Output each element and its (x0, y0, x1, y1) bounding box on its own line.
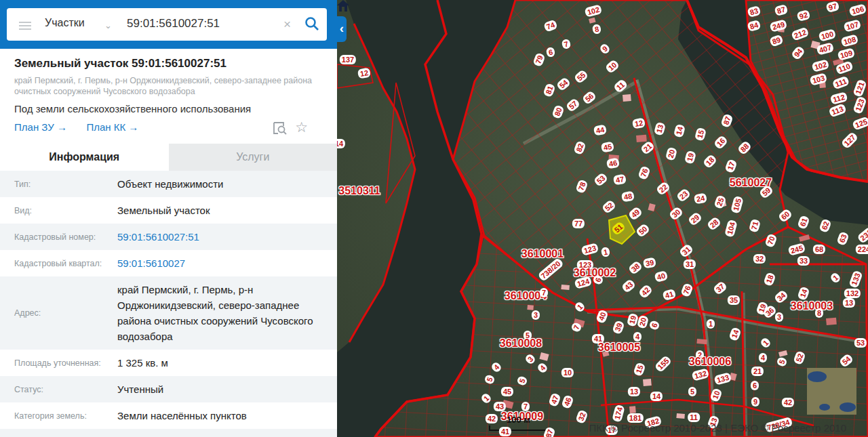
info-value: Под земли сельскохозяйственного (117, 429, 321, 437)
info-row: Тип:Объект недвижимости (0, 171, 337, 197)
parcel-label[interactable]: 8 (815, 308, 823, 318)
building (676, 413, 685, 419)
building (636, 135, 647, 142)
building (643, 379, 652, 386)
parcel-label[interactable]: 5 (688, 387, 696, 396)
page-title: Земельный участок 59:01:5610027:51 (14, 57, 323, 70)
search-input[interactable] (125, 16, 277, 31)
parcel-label[interactable]: 77 (572, 219, 585, 228)
parcel-label[interactable]: 4 (633, 332, 642, 341)
info-label: Кадастровый квартал: (0, 259, 117, 268)
info-value: Учтенный (117, 376, 321, 402)
pond (840, 402, 856, 412)
building (826, 318, 837, 325)
map-attribution: ПКК © Росреестр 2010-2023 | ЕЭКО © Росре… (589, 422, 846, 434)
info-label: Категория земель: (0, 411, 117, 421)
parcel-label[interactable]: 35 (728, 295, 740, 305)
parcel-label[interactable]: 42 (782, 398, 794, 407)
parcel-label[interactable]: 21 (751, 367, 764, 376)
building (623, 94, 631, 102)
favorite-star-icon[interactable]: ☆ (295, 119, 308, 136)
parcel-label[interactable]: 14 (650, 392, 663, 401)
search-header: Участки ⌄ × (0, 0, 337, 49)
scale-label: 100 м (507, 415, 530, 425)
clear-icon[interactable]: × (283, 17, 291, 32)
info-label: Статус: (0, 385, 117, 394)
info-value: Земельный участок (117, 197, 321, 224)
quarter-label[interactable]: 3610005 (598, 341, 640, 354)
info-value-link[interactable]: 59:01:5610027:51 (117, 224, 321, 250)
search-icon[interactable] (304, 16, 320, 32)
info-label: Кадастровый номер: (0, 232, 117, 242)
info-row: Вид:Земельный участок (0, 197, 337, 224)
info-row: Адрес:край Пермский, г. Пермь, р-н Орджо… (0, 276, 337, 350)
plan-zu-link[interactable]: План ЗУ → (14, 121, 67, 133)
app-window: 1371214351031174767910289101155548156578… (0, 0, 868, 437)
parcel-info-panel: Земельный участок 59:01:5610027:51 край … (0, 49, 337, 437)
info-value: 1 325 кв. м (117, 350, 321, 376)
home-icon[interactable] (337, 0, 349, 12)
parcel-label[interactable]: 3 (532, 310, 540, 320)
parcel-address-subtitle: край Пермский, г. Пермь, р-н Орджоникидз… (14, 75, 313, 97)
parcel-label[interactable]: 9 (751, 397, 760, 407)
info-rows: Тип:Объект недвижимостиВид:Земельный уча… (0, 171, 337, 437)
parcel-label[interactable]: 181 (627, 413, 644, 423)
tab-services[interactable]: Услуги (169, 144, 338, 171)
collapse-panel-button[interactable]: ‹ (337, 16, 347, 42)
building (561, 285, 570, 290)
parcel-label[interactable]: 224 (856, 245, 868, 254)
info-label: Площадь уточненная: (0, 358, 117, 368)
info-row: Категория земель:Земли населённых пункто… (0, 402, 337, 429)
parcel-label[interactable]: 6 (751, 381, 759, 390)
info-sidebar: Участки ⌄ × ‹ Земельный участок 59:01:56… (0, 0, 337, 437)
pond (819, 404, 830, 411)
parcel-label[interactable]: 7 (540, 288, 548, 297)
info-label: Вид: (0, 206, 117, 215)
building (527, 305, 534, 310)
parcel-label[interactable]: 53 (854, 338, 867, 348)
parcel-label[interactable]: 33 (797, 256, 810, 266)
info-value: Объект недвижимости (117, 171, 321, 197)
parcel-label[interactable]: 13 (628, 387, 640, 396)
building (696, 339, 707, 344)
parcel-label[interactable]: 4 (759, 353, 767, 362)
quarter-label[interactable]: 3510311 (338, 185, 380, 197)
parcel-label[interactable]: 45 (501, 387, 513, 396)
tab-bar: Информация Услуги (0, 144, 337, 171)
info-row: Площадь уточненная:1 325 кв. м (0, 350, 337, 376)
parcel-label[interactable]: 132 (844, 289, 861, 298)
pond (808, 371, 827, 382)
parcel-label[interactable]: 14 (337, 139, 345, 148)
info-value-link[interactable]: 59:01:5610027 (117, 250, 321, 276)
parcel-label[interactable]: 41 (499, 427, 511, 436)
parcel-label[interactable]: 7 (521, 402, 530, 411)
search-box: Участки ⌄ × (7, 8, 327, 41)
quarter-label[interactable]: 3610008 (500, 337, 542, 350)
quarter-label[interactable]: 5610027 (730, 177, 772, 189)
parcel-label[interactable]: 13 (843, 298, 855, 308)
parcel-label[interactable]: 32 (753, 254, 766, 264)
parcel-label[interactable]: 43 (494, 402, 506, 411)
tab-information[interactable]: Информация (0, 144, 169, 171)
plan-links-row: План ЗУ → План КК → ☆ (14, 121, 323, 138)
plan-kk-link[interactable]: План КК → (86, 121, 138, 133)
parcel-label[interactable]: 10 (561, 368, 574, 377)
info-row: РазрешенноеПод земли сельскохозяйственно… (0, 429, 337, 437)
parcel-label[interactable]: 11 (688, 413, 700, 422)
parcel-label[interactable]: 31 (684, 259, 696, 269)
info-row: Кадастровый квартал:59:01:5610027 (0, 250, 337, 276)
parcel-label[interactable]: 137 (340, 55, 356, 64)
menu-icon[interactable] (19, 20, 31, 29)
cadastral-map[interactable]: 1371214351031174767910289101155548156578… (337, 0, 868, 437)
quarter-label[interactable]: 3610003 (791, 300, 833, 312)
chevron-down-icon[interactable]: ⌄ (104, 20, 112, 30)
parcel-label[interactable]: 3 (775, 312, 783, 322)
parcel-label[interactable]: 42 (486, 414, 498, 423)
parcel-label[interactable]: 1 (707, 319, 715, 329)
quarter-label[interactable]: 3610006 (689, 356, 731, 368)
info-label: Тип: (0, 180, 117, 189)
document-search-icon[interactable] (273, 121, 288, 135)
search-category-select[interactable]: Участки (45, 17, 85, 29)
building (629, 406, 636, 413)
parcel-label[interactable]: 68 (813, 245, 825, 254)
